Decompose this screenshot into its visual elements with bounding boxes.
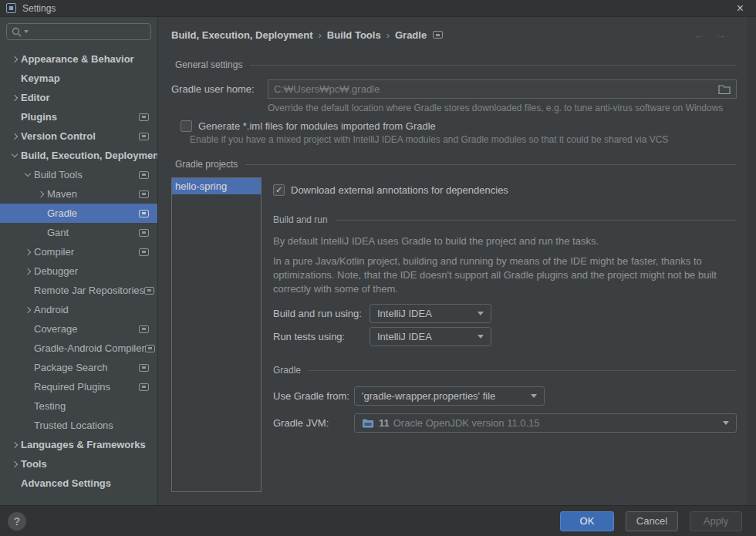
project-list-item[interactable]: hello-spring bbox=[172, 178, 261, 194]
chevron-down-icon bbox=[478, 312, 484, 315]
sidebar-item-keymap[interactable]: Keymap bbox=[0, 69, 157, 88]
cancel-button[interactable]: Cancel bbox=[626, 511, 678, 531]
sidebar-item-label: Package Search bbox=[34, 362, 107, 373]
sidebar-item-tools[interactable]: Tools bbox=[0, 454, 157, 474]
general-settings-header: General settings bbox=[175, 59, 737, 70]
chevron-right-icon[interactable] bbox=[8, 443, 21, 447]
download-annotations-checkbox[interactable] bbox=[273, 184, 285, 196]
sidebar-item-languages-frameworks[interactable]: Languages & Frameworks bbox=[0, 435, 157, 454]
sidebar-item-coverage[interactable]: Coverage bbox=[0, 319, 157, 339]
gradle-jvm-select[interactable]: 11 Oracle OpenJDK version 11.0.15 bbox=[354, 413, 737, 433]
monitor-icon bbox=[139, 171, 149, 179]
sidebar-item-android[interactable]: Android bbox=[0, 300, 157, 319]
gradle-jvm-version: 11 bbox=[379, 417, 390, 429]
chevron-down-icon bbox=[478, 335, 484, 339]
generate-iml-checkbox[interactable] bbox=[181, 120, 192, 132]
sidebar-item-label: Version Control bbox=[21, 130, 96, 142]
chevron-down-icon bbox=[531, 394, 537, 398]
sidebar-item-label: Gradle-Android Compiler bbox=[34, 342, 145, 354]
chevron-right-icon[interactable] bbox=[21, 250, 34, 255]
monitor-icon bbox=[433, 31, 443, 39]
chevron-right-icon[interactable] bbox=[21, 308, 34, 312]
sidebar-item-maven[interactable]: Maven bbox=[0, 184, 157, 204]
sidebar-item-required-plugins[interactable]: Required Plugins bbox=[0, 377, 157, 396]
generate-iml-label: Generate *.iml files for modules importe… bbox=[198, 120, 436, 132]
gradle-header: Gradle bbox=[273, 365, 737, 376]
chevron-down-icon[interactable] bbox=[8, 154, 21, 157]
gradle-projects-list[interactable]: hello-spring bbox=[171, 177, 262, 492]
sidebar-item-gradle[interactable]: Gradle bbox=[0, 204, 157, 223]
titlebar[interactable]: Settings × bbox=[0, 0, 756, 17]
search-input[interactable] bbox=[6, 23, 151, 40]
gradle-user-home-label: Gradle user home: bbox=[171, 83, 268, 95]
chevron-right-icon[interactable] bbox=[8, 462, 21, 467]
chevron-right-icon[interactable] bbox=[8, 96, 21, 100]
monitor-icon bbox=[144, 287, 154, 295]
sidebar-item-build-execution-deployment[interactable]: Build, Execution, Deployment bbox=[0, 146, 157, 165]
sidebar-item-label: Remote Jar Repositories bbox=[34, 285, 144, 296]
sidebar-item-advanced-settings[interactable]: Advanced Settings bbox=[0, 474, 157, 493]
sidebar-item-label: Keymap bbox=[21, 72, 60, 84]
sidebar-item-gradle-android-compiler[interactable]: Gradle-Android Compiler bbox=[0, 339, 157, 358]
help-button[interactable]: ? bbox=[8, 512, 26, 531]
gradle-user-home-input[interactable]: C:₩Users₩pc₩.gradle bbox=[268, 79, 737, 99]
sidebar: Appearance & BehaviorKeymapEditorPlugins… bbox=[0, 17, 158, 505]
sidebar-item-version-control[interactable]: Version Control bbox=[0, 126, 157, 146]
settings-window-icon bbox=[6, 3, 16, 13]
sidebar-item-trusted-locations[interactable]: Trusted Locations bbox=[0, 416, 157, 435]
sidebar-item-label: Gradle bbox=[47, 207, 77, 219]
sidebar-item-label: Android bbox=[34, 304, 69, 315]
monitor-icon bbox=[139, 364, 149, 372]
sidebar-item-package-search[interactable]: Package Search bbox=[0, 358, 157, 377]
forward-icon[interactable]: → bbox=[715, 29, 726, 41]
chevron-right-icon[interactable] bbox=[21, 269, 34, 274]
gradle-jvm-label: Gradle JVM: bbox=[273, 417, 354, 429]
sidebar-item-debugger[interactable]: Debugger bbox=[0, 261, 157, 281]
breadcrumb-item[interactable]: Build Tools bbox=[327, 29, 381, 41]
sidebar-item-compiler[interactable]: Compiler bbox=[0, 242, 157, 261]
chevron-down-icon bbox=[723, 421, 729, 425]
gradle-user-home-hint: Override the default location where Grad… bbox=[268, 103, 737, 113]
build-and-run-using-select[interactable]: IntelliJ IDEA bbox=[370, 304, 491, 323]
sidebar-item-label: Build Tools bbox=[34, 169, 83, 180]
gradle-user-home-value: C:₩Users₩pc₩.gradle bbox=[274, 83, 718, 95]
build-run-description: By default IntelliJ IDEA uses Gradle to … bbox=[273, 234, 737, 248]
breadcrumb-separator: › bbox=[318, 29, 321, 41]
sidebar-item-testing[interactable]: Testing bbox=[0, 396, 157, 416]
sidebar-item-label: Build, Execution, Deployment bbox=[21, 150, 158, 161]
monitor-icon bbox=[139, 210, 149, 217]
settings-content: Build, Execution, Deployment › Build Too… bbox=[158, 17, 756, 505]
project-settings-panel: Download external annotations for depend… bbox=[273, 177, 737, 492]
sidebar-item-label: Testing bbox=[34, 400, 66, 412]
sidebar-item-label: Gant bbox=[47, 227, 69, 238]
chevron-right-icon[interactable] bbox=[8, 134, 21, 139]
sidebar-item-gant[interactable]: Gant bbox=[0, 223, 157, 242]
run-tests-using-select[interactable]: IntelliJ IDEA bbox=[370, 327, 491, 346]
chevron-down-icon bbox=[24, 30, 29, 33]
sidebar-item-label: Debugger bbox=[34, 265, 78, 277]
breadcrumb-item[interactable]: Gradle bbox=[395, 29, 427, 41]
ok-button[interactable]: OK bbox=[560, 511, 614, 531]
sidebar-item-appearance-behavior[interactable]: Appearance & Behavior bbox=[0, 49, 157, 69]
window-title: Settings bbox=[22, 3, 56, 14]
sidebar-item-plugins[interactable]: Plugins bbox=[0, 107, 157, 126]
chevron-right-icon[interactable] bbox=[8, 57, 21, 62]
sidebar-item-label: Languages & Frameworks bbox=[21, 439, 146, 450]
chevron-down-icon[interactable] bbox=[21, 174, 34, 176]
close-icon[interactable]: × bbox=[731, 2, 750, 15]
sidebar-item-label: Editor bbox=[21, 92, 50, 103]
back-icon[interactable]: ← bbox=[694, 29, 704, 41]
sidebar-item-label: Trusted Locations bbox=[34, 420, 113, 431]
scrollbar[interactable] bbox=[747, 17, 756, 505]
breadcrumb-item[interactable]: Build, Execution, Deployment bbox=[171, 29, 312, 41]
sidebar-item-editor[interactable]: Editor bbox=[0, 88, 157, 107]
folder-icon[interactable] bbox=[718, 84, 731, 94]
sidebar-item-remote-jar-repositories[interactable]: Remote Jar Repositories bbox=[0, 281, 157, 300]
settings-tree: Appearance & BehaviorKeymapEditorPlugins… bbox=[0, 49, 157, 493]
use-gradle-from-select[interactable]: 'gradle-wrapper.properties' file bbox=[354, 386, 545, 406]
monitor-icon bbox=[139, 248, 149, 256]
search-icon bbox=[12, 27, 22, 37]
apply-button[interactable]: Apply bbox=[690, 511, 742, 531]
sidebar-item-build-tools[interactable]: Build Tools bbox=[0, 165, 157, 184]
chevron-right-icon[interactable] bbox=[34, 192, 47, 197]
